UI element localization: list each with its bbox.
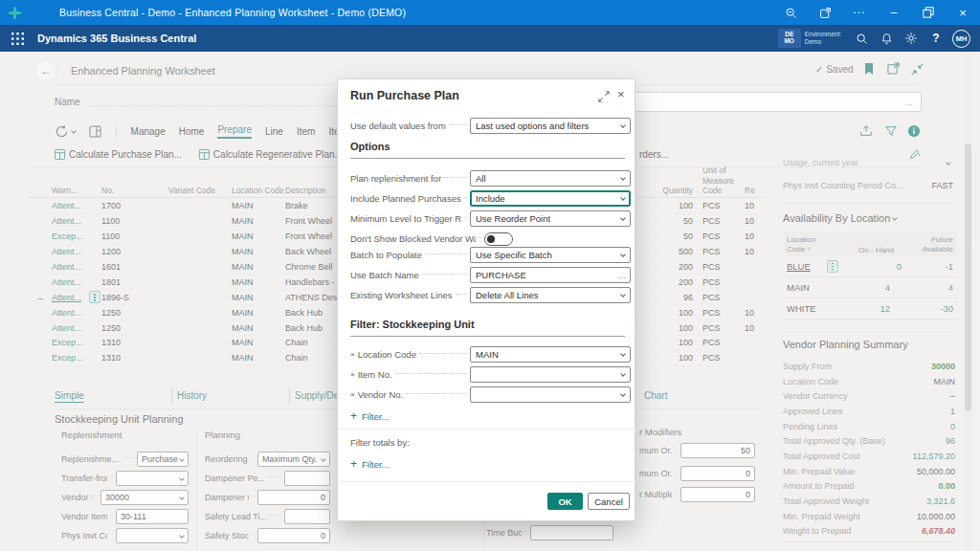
more-options-icon[interactable]: ... — [842, 0, 877, 25]
field-use-batch-name: Use Batch Name PURCHASE... — [350, 267, 631, 283]
add-totals-filter-link[interactable]: +Filter... — [350, 457, 390, 471]
ok-button[interactable]: OK — [547, 493, 583, 510]
app-header: Dynamics 365 Business Central DE MO Envi… — [0, 25, 980, 52]
filter-vendor-no: × Vendor No. — [350, 386, 631, 403]
close-dialog-icon[interactable]: × — [617, 87, 625, 101]
run-purchase-plan-dialog: Run Purchase Plan × Use default values f… — [337, 78, 635, 521]
field-dont-show-blocked-vendor: Don't Show Blocked Vendor War... — [350, 231, 631, 247]
section-filter-sku: Filter: Stockkeeping Unit — [350, 319, 625, 337]
window-title: Business Central - Demo - Enhanced Plann… — [59, 7, 406, 18]
remove-filter-icon[interactable]: × — [350, 370, 355, 379]
filter-location-code: × Location Code MAIN — [350, 346, 631, 363]
popout-icon[interactable] — [808, 0, 842, 25]
avatar[interactable]: MH — [952, 30, 970, 48]
field-minimum-level-trigger: Minimum Level to Trigger Reorder Use Reo… — [350, 210, 631, 227]
remove-filter-icon[interactable]: × — [350, 390, 355, 399]
help-icon[interactable]: ? — [924, 26, 948, 51]
field-plan-replenishment-for: Plan replenishment for All — [350, 170, 631, 187]
search-icon[interactable] — [849, 26, 874, 51]
field-batch-to-populate: Batch to Populate Use Specific Batch — [350, 247, 631, 263]
assist-edit-icon[interactable]: ... — [618, 270, 626, 280]
zoom-out-icon[interactable] — [773, 0, 808, 25]
add-filter-link[interactable]: +Filter... — [350, 409, 390, 423]
filter-item-no: × Item No. — [350, 366, 631, 383]
settings-gear-icon[interactable] — [899, 26, 924, 51]
business-central-app-icon — [9, 7, 21, 19]
minimize-button[interactable]: – — [877, 0, 911, 25]
waffle-menu-icon[interactable] — [11, 33, 24, 45]
environment-badge[interactable]: DE MO — [778, 29, 801, 48]
dialog-title: Run Purchase Plan — [350, 89, 459, 102]
window-titlebar: Business Central - Demo - Enhanced Plann… — [0, 0, 980, 25]
resize-dialog-icon[interactable] — [598, 91, 610, 102]
cancel-button[interactable]: Cancel — [588, 493, 630, 510]
toggle-off[interactable] — [484, 232, 513, 246]
remove-filter-icon[interactable]: × — [350, 350, 355, 359]
restore-button[interactable] — [911, 0, 946, 25]
field-existing-worksheet-lines: Existing Worksheet Lines Delete All Line… — [350, 287, 631, 303]
section-options: Options — [350, 141, 625, 159]
app-brand[interactable]: Dynamics 365 Business Central — [37, 33, 196, 44]
filter-totals-label: Filter totals by: — [350, 437, 410, 448]
close-button[interactable]: × — [946, 0, 980, 25]
field-include-planned-purchases: Include Planned Purchases Include — [350, 190, 631, 207]
notifications-bell-icon[interactable] — [874, 26, 899, 51]
environment-label: Environment: Demo — [805, 31, 841, 46]
field-use-default-values: Use default values from Last used option… — [350, 118, 631, 134]
